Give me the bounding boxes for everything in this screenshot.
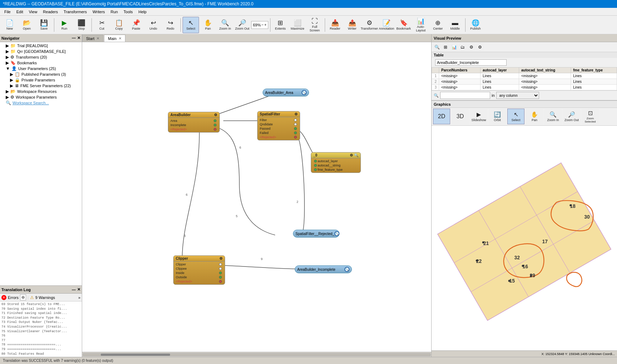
gfx-2d[interactable]: 2D	[433, 109, 450, 124]
zoom-minus[interactable]: −	[262, 23, 264, 27]
node-joiner[interactable]: _0 ⚙ 🔍 autocad_layer autocad__string fme…	[311, 152, 361, 173]
vp-settings[interactable]: ⚙	[476, 43, 484, 51]
cell-feature: Lines	[571, 79, 617, 85]
nav-item-workspace-resources[interactable]: ▶📂Workspace Resources	[0, 89, 82, 94]
gfx-zoom-out[interactable]: 🔎Zoom Out	[563, 109, 580, 124]
output-areabuilder-incomplete[interactable]: AreaBuilder_Incomplete 🔍	[295, 265, 352, 273]
select-button[interactable]: ↖Select	[183, 17, 199, 33]
gfx-orbit[interactable]: 🔄Orbit	[489, 109, 506, 124]
paste-button[interactable]: 📌Paste	[128, 17, 144, 33]
nav-item-user-params[interactable]: ▼👤User Parameters (25)	[0, 66, 82, 71]
cut-button[interactable]: ✂Cut	[94, 17, 110, 33]
gfx-pan[interactable]: ✋Pan	[526, 109, 543, 124]
col-autocad-layer[interactable]: autocad_layer	[481, 68, 519, 73]
nav-item-bookmarks[interactable]: ▶🔖Bookmarks	[0, 60, 82, 66]
vp-tool-5[interactable]: ⚙	[467, 43, 475, 51]
autolayout-button[interactable]: 📊Auto-Layout	[413, 17, 429, 33]
stop-button[interactable]: ⬛Stop	[73, 17, 90, 33]
menu-readers[interactable]: Readers	[40, 9, 61, 15]
vp-tool-3[interactable]: 📊	[450, 43, 458, 51]
zoom-out-button[interactable]: 🔎Zoom Out	[234, 17, 250, 33]
nav-minimize[interactable]: —	[72, 36, 76, 40]
log-expand[interactable]: »	[78, 295, 80, 300]
log-filter-btn[interactable]: ⊖	[20, 294, 26, 300]
center-button[interactable]: ⊕Center	[430, 17, 446, 33]
j-autocad-string: autocad__string	[313, 163, 359, 168]
menu-edit[interactable]: Edit	[14, 9, 26, 15]
tab-main-close[interactable]: ✕	[119, 36, 121, 40]
writer-button[interactable]: 📤Writer	[344, 17, 360, 33]
search-input[interactable]	[440, 92, 490, 99]
coords-text: X: 152324.5848 Y: 159348.1405 Unknown Co…	[542, 352, 615, 356]
reader-button[interactable]: 📥Reader	[327, 17, 343, 33]
undo-button[interactable]: ↩Undo	[145, 17, 161, 33]
zoom-plus[interactable]: +	[264, 23, 267, 27]
table-select[interactable]	[435, 59, 507, 66]
nav-item-geodatabase[interactable]: ▶📁Qrr [GEODATABASE_FILE]	[0, 49, 82, 54]
nav-item-private-params[interactable]: ▶🔒Private Parameters	[0, 77, 82, 83]
menu-tools[interactable]: Tools	[121, 9, 136, 15]
col-parcel[interactable]: ParcelNumbers	[439, 68, 481, 73]
gfx-zoom-in[interactable]: 🔍Zoom In	[544, 109, 562, 124]
canvas-scrollbar[interactable]	[82, 352, 431, 357]
menu-help[interactable]: Help	[135, 9, 149, 15]
log-minimize[interactable]: —	[72, 288, 76, 292]
publish-button[interactable]: 🌐Publish	[467, 17, 484, 33]
menu-file[interactable]: File	[1, 9, 14, 15]
cell-feature: Lines	[571, 85, 617, 90]
vp-toolbar: 🔍 ⊞ 📊 🗂 ⚙ ⚙	[432, 42, 617, 52]
nav-item-transformers[interactable]: ▶⚙Transformers (20)	[0, 54, 82, 60]
node-spatialfilter[interactable]: SpatialFilter ⚙ Filter Qndidate Passed F…	[257, 111, 300, 140]
col-autocad-text[interactable]: autocad_text_string	[519, 68, 571, 73]
nav-close[interactable]: ✕	[77, 36, 80, 40]
menu-transformers[interactable]: Transformers	[61, 9, 90, 15]
tab-start[interactable]: Start ✕	[82, 35, 103, 42]
vp-tool-4[interactable]: 🗂	[459, 43, 467, 51]
tab-start-close[interactable]: ✕	[96, 36, 99, 40]
search-column-select[interactable]: any column ParcelNumbers autocad_layer a…	[496, 92, 539, 99]
extents-button[interactable]: ⊞Extents	[272, 17, 289, 33]
col-fme-feature[interactable]: fme_feature_type	[571, 68, 617, 73]
menu-writers[interactable]: Writers	[90, 9, 108, 15]
fme-canvas[interactable]: 6 5 9 6 2 5 AreaBuilder ⚙ Area Inc	[82, 42, 431, 352]
nav-item-fme-server-params[interactable]: ▶🖥FME Server Parameters (22)	[0, 83, 82, 89]
transformer-button[interactable]: ⚙Transformer	[361, 17, 378, 33]
node-clipper[interactable]: Clipper ⚙ Clipper Clippee Inside Outside	[173, 255, 225, 285]
redo-button[interactable]: ↪Redo	[162, 17, 179, 33]
run-button[interactable]: ▶Run	[56, 17, 73, 33]
new-button[interactable]: 📄New	[1, 17, 18, 33]
middle-button[interactable]: ▬Middle	[447, 17, 463, 33]
maximize-button[interactable]: ⬜Maximize	[289, 17, 306, 33]
nav-item-realdwg[interactable]: ▶📁Trial [REALDWG]	[0, 43, 82, 49]
log-close[interactable]: ✕	[77, 287, 80, 292]
vp-tool-2[interactable]: ⊞	[442, 43, 449, 51]
pan-button[interactable]: ✋Pan	[200, 17, 216, 33]
menu-run[interactable]: Run	[108, 9, 121, 15]
output-spatialfilter-rejected[interactable]: SpatialFilter__Rejected_ 🔍	[293, 230, 339, 238]
cell-text: <missing>	[519, 85, 571, 90]
save-button[interactable]: 💾Save	[36, 17, 52, 33]
nav-item-workspace-params[interactable]: ▶⚙Workspace Parameters	[0, 94, 82, 100]
svg-text:5: 5	[184, 234, 186, 238]
node-areabuilder[interactable]: AreaBuilder ⚙ Area Incomplete <Rejected>	[168, 112, 220, 133]
log-content[interactable]: 69 Stored 15 feature(s) to FME... 70 Sav…	[0, 301, 82, 357]
open-button[interactable]: 📂Open	[19, 17, 35, 33]
annotation-button[interactable]: 📝Annotation	[378, 17, 395, 33]
graphics-canvas[interactable]: 18 30 32 16 29 15 21 22 17	[432, 126, 617, 350]
cell-feature: Lines	[571, 73, 617, 79]
zoom-in-button[interactable]: 🔍Zoom In	[217, 17, 233, 33]
fullscreen-button[interactable]: ⛶Full Screen	[307, 17, 323, 33]
copy-button[interactable]: 📋Copy	[111, 17, 127, 33]
nav-item-published-params[interactable]: ▶📋Published Parameters (3)	[0, 71, 82, 77]
vp-tool-1[interactable]: 🔍	[433, 43, 441, 51]
menu-view[interactable]: View	[26, 9, 40, 15]
bookmark-button[interactable]: 🔖Bookmark	[395, 17, 412, 33]
gfx-zoom-selected[interactable]: ⊡Zoom Selected	[582, 109, 599, 124]
tab-main[interactable]: Main ✕	[104, 35, 125, 42]
table-search: 🔍 in any column ParcelNumbers autocad_la…	[432, 90, 617, 100]
gfx-3d[interactable]: 3D	[452, 109, 469, 124]
gfx-slideshow[interactable]: ▶Slideshow	[470, 109, 487, 124]
output-area-builder-area[interactable]: AreaBuilder_Area 🔍	[263, 89, 309, 96]
gfx-select[interactable]: ↖Select	[507, 109, 524, 124]
nav-item-workspace-search[interactable]: 🔍Workspace Search...	[0, 100, 82, 106]
